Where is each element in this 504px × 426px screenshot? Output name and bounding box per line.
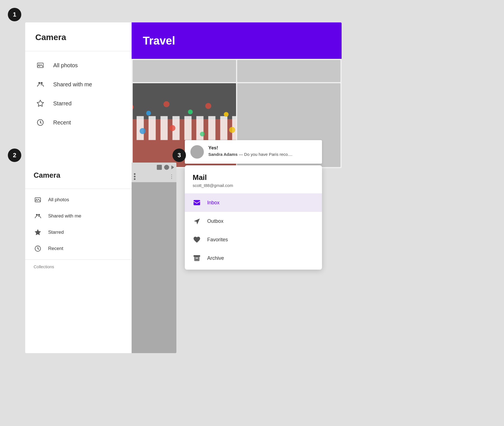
sidebar2-title: Camera (25, 163, 132, 187)
clock-icon2 (34, 244, 42, 253)
nav-item2-recent[interactable]: Recent (25, 240, 132, 257)
svg-rect-10 (137, 116, 144, 140)
nav-item2-shared[interactable]: Shared with me (25, 208, 132, 224)
clock-icon (35, 117, 45, 128)
panel2: Camera All photos (25, 163, 176, 353)
mail-app-title: Mail (193, 173, 314, 182)
svg-rect-15 (196, 116, 204, 140)
step3-label: 3 (178, 152, 181, 159)
nav-item2-all-photos[interactable]: All photos (25, 192, 132, 208)
sidebar1-divider (25, 51, 132, 51)
svg-point-4 (41, 82, 43, 84)
shared-icon (35, 79, 45, 89)
svg-point-24 (224, 112, 228, 117)
mail-email: scott_t88@gmail.com (193, 183, 314, 188)
nav-label2-all-photos: All photos (48, 197, 69, 203)
outbox-icon (193, 217, 201, 225)
sidebar1-title: Camera (25, 22, 132, 51)
nav-label2-recent: Recent (48, 246, 63, 251)
nav-item2-starred[interactable]: Starred (25, 224, 132, 240)
step1-circle: 1 (8, 8, 21, 21)
nav-label2-starred: Starred (48, 230, 64, 235)
nav-item-starred[interactable]: Starred (25, 94, 132, 113)
step3-circle: 3 (172, 149, 186, 162)
main2-partial: ⋮ (132, 163, 176, 353)
nav-item-shared[interactable]: Shared with me (25, 75, 132, 94)
nav-label-all-photos: All photos (53, 62, 78, 69)
mail-item-archive[interactable]: Archive (185, 249, 322, 267)
toolbar-btn-square (157, 165, 162, 170)
collections-label: Collections (25, 261, 132, 270)
svg-point-20 (146, 111, 151, 115)
star-icon (35, 98, 45, 108)
main1-header-title: Travel (143, 34, 175, 47)
main2-sub-toolbar: ⋮ (132, 172, 176, 181)
dot3 (134, 178, 136, 180)
step2-label: 2 (13, 152, 16, 159)
svg-rect-12 (160, 116, 168, 140)
sidebar2: Camera All photos (25, 163, 132, 353)
nav-item-recent[interactable]: Recent (25, 113, 132, 132)
nav-label-starred: Starred (53, 100, 72, 107)
sidebar1-nav: All photos Shared with me (25, 54, 132, 134)
main2-photo (132, 182, 176, 353)
nav-label-shared: Shared with me (53, 81, 92, 88)
mail-item-inbox[interactable]: Inbox (185, 193, 322, 212)
notif-title: Yes! (208, 145, 292, 151)
vertical-dots (134, 173, 136, 180)
svg-point-3 (38, 82, 40, 84)
mail-item-favorites[interactable]: Favorites (185, 230, 322, 249)
star-icon2 (34, 228, 42, 237)
nav-item-all-photos[interactable]: All photos (25, 56, 132, 75)
photos-icon2 (34, 196, 42, 204)
notif-sub: Sandra Adams — Do you have Paris reco...… (208, 152, 292, 157)
sidebar1: Camera All photos (25, 22, 132, 168)
toolbar-btn-triangle (171, 165, 174, 169)
archive-icon (193, 254, 201, 262)
svg-point-21 (164, 101, 169, 107)
nav-label2-shared: Shared with me (48, 213, 81, 219)
notif-content: Yes! Sandra Adams — Do you have Paris re… (208, 145, 292, 157)
photo-2 (237, 60, 340, 82)
step1-label: 1 (13, 11, 16, 18)
main1-header: Travel (132, 22, 342, 59)
mail-item-label-outbox: Outbox (207, 218, 223, 224)
mail-panel: Mail scott_t88@gmail.com Inbox Outbox (185, 165, 322, 270)
svg-point-27 (200, 132, 205, 136)
mail-item-label-archive: Archive (207, 255, 224, 261)
svg-point-31 (36, 214, 38, 216)
mail-header: Mail scott_t88@gmail.com (185, 165, 322, 191)
svg-point-26 (169, 125, 175, 131)
sidebar2-divider2 (25, 260, 132, 260)
step2-circle: 2 (8, 149, 21, 162)
svg-point-22 (188, 110, 193, 114)
svg-rect-11 (149, 116, 156, 140)
notif-preview: — Do you have Paris reco.... (239, 152, 293, 157)
svg-point-23 (205, 103, 211, 109)
nav-label-recent: Recent (53, 119, 71, 126)
more-options-icon[interactable]: ⋮ (169, 174, 174, 179)
svg-rect-14 (185, 116, 192, 140)
shared-icon2 (34, 212, 42, 220)
notification-card[interactable]: Yes! Sandra Adams — Do you have Paris re… (185, 140, 322, 164)
sidebar2-divider (25, 189, 132, 189)
mail-item-label-favorites: Favorites (207, 237, 228, 243)
mail-item-label-inbox: Inbox (207, 200, 220, 206)
svg-point-25 (140, 128, 146, 134)
toolbar-btn-circle (164, 165, 169, 170)
svg-rect-34 (193, 200, 200, 205)
svg-point-32 (38, 214, 40, 216)
dot2 (134, 176, 136, 177)
svg-point-2 (39, 64, 40, 65)
main2-toolbar (132, 163, 176, 172)
svg-point-30 (36, 199, 37, 200)
photos-icon (35, 60, 45, 70)
mail-item-outbox[interactable]: Outbox (185, 212, 322, 230)
svg-rect-36 (193, 255, 200, 257)
svg-point-28 (229, 127, 235, 133)
svg-marker-35 (194, 219, 200, 224)
photo-1 (133, 60, 236, 82)
dot1 (134, 173, 136, 175)
svg-rect-16 (208, 116, 216, 140)
inbox-icon (193, 198, 201, 207)
